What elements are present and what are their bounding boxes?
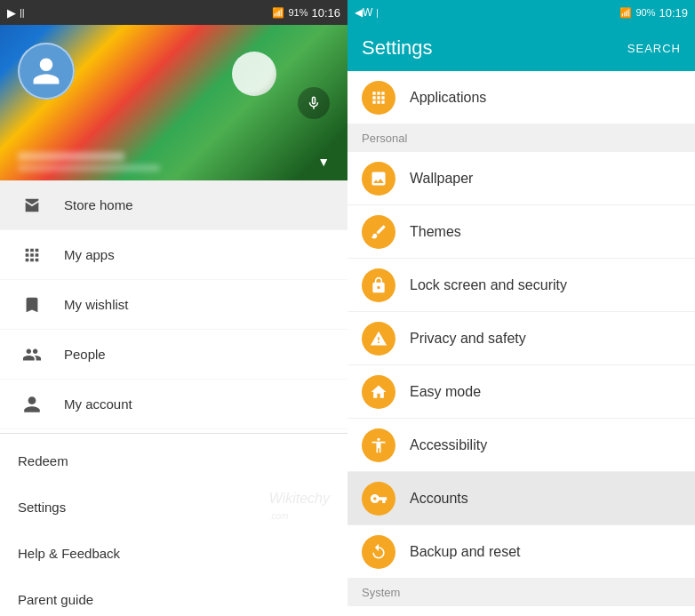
people-label: People: [64, 347, 106, 362]
settings-item-privacy-safety[interactable]: Privacy and safety: [348, 312, 695, 365]
grid-icon: [370, 89, 387, 107]
people-icon: [18, 340, 46, 369]
settings-item-wallpaper[interactable]: Wallpaper: [348, 152, 695, 205]
sidebar-item-parent-guide[interactable]: Parent guide: [0, 576, 348, 616]
backup-reset-label: Backup and reset: [410, 544, 521, 560]
warning-icon: [370, 330, 387, 348]
left-battery-text: 91%: [288, 7, 308, 18]
sidebar-item-store-home[interactable]: Store home: [0, 180, 348, 230]
my-wishlist-label: My wishlist: [64, 297, 129, 312]
right-status-dots: |: [376, 8, 379, 18]
right-status-left: ◀W |: [355, 6, 379, 19]
left-status-left: ▶ ||: [7, 6, 25, 20]
menu-divider: [0, 433, 348, 434]
apps-icon: [18, 241, 46, 269]
left-wifi-icon: 📶: [272, 7, 284, 19]
hero-ball: [232, 52, 276, 96]
privacy-icon-circle: [362, 322, 395, 356]
themes-label: Themes: [410, 224, 461, 240]
themes-icon-circle: [362, 215, 395, 249]
store-home-label: Store home: [64, 197, 133, 212]
sidebar-item-help-feedback[interactable]: Help & Feedback: [0, 530, 348, 576]
accessibility-icon-circle: [362, 428, 395, 462]
easy-mode-label: Easy mode: [410, 384, 481, 400]
wikitechy-watermark-left: Settings Wikitechy.com: [0, 484, 348, 530]
right-status-bar: ◀W | 📶 90% 10:19: [348, 0, 695, 25]
backup-icon-circle: [362, 535, 395, 569]
right-battery-text: 90%: [635, 7, 655, 18]
right-wifi-icon: 📶: [619, 7, 632, 19]
reset-icon: [370, 543, 387, 561]
right-time: 10:19: [659, 6, 688, 20]
settings-header: Settings SEARCH: [348, 25, 695, 71]
right-status-right: 📶 90% 10:19: [619, 6, 688, 20]
lock-icon-circle: [362, 268, 395, 302]
redeem-label: Redeem: [18, 453, 68, 468]
settings-content: Applications Personal Wallpaper Themes: [348, 71, 695, 616]
settings-item-themes[interactable]: Themes: [348, 205, 695, 259]
my-apps-label: My apps: [64, 247, 115, 262]
lock-icon: [370, 276, 387, 294]
sidebar-item-redeem[interactable]: Redeem: [0, 437, 348, 484]
search-button[interactable]: SEARCH: [627, 42, 681, 55]
personal-section-header: Personal: [348, 124, 695, 152]
settings-title: Settings: [362, 36, 433, 60]
left-status-dots: ||: [20, 7, 25, 18]
user-avatar[interactable]: [18, 43, 75, 100]
wallpaper-label: Wallpaper: [410, 171, 473, 187]
left-menu: Store home My apps My wishlist: [0, 180, 348, 616]
watermark-text-left: Wikitechy.com: [269, 491, 330, 523]
settings-item-lock-screen[interactable]: Lock screen and security: [348, 259, 695, 312]
settings-label: Settings: [18, 500, 66, 515]
store-icon: [18, 191, 46, 220]
image-icon: [370, 170, 387, 188]
help-feedback-label: Help & Feedback: [18, 546, 120, 561]
parent-guide-label: Parent guide: [18, 592, 93, 607]
sidebar-item-my-apps[interactable]: My apps: [0, 230, 348, 280]
key-icon: [370, 490, 387, 508]
accounts-icon-circle: [362, 482, 395, 516]
mic-icon: [306, 95, 322, 111]
settings-item-applications[interactable]: Applications: [348, 71, 695, 124]
accessibility-label: Accessibility: [410, 437, 487, 453]
applications-label: Applications: [410, 90, 486, 106]
settings-item-accounts[interactable]: Accounts: [348, 472, 695, 525]
user-info: [18, 152, 160, 172]
left-app-icon: ▶: [7, 6, 16, 20]
wishlist-icon: [18, 291, 46, 319]
left-status-bar: ▶ || 📶 91% 10:16: [0, 0, 348, 25]
left-time: 10:16: [311, 6, 340, 20]
sidebar-item-people[interactable]: People: [0, 330, 348, 380]
sidebar-item-my-account[interactable]: My account: [0, 380, 348, 429]
account-dropdown[interactable]: ▼: [317, 154, 330, 170]
settings-item-backup-reset[interactable]: Backup and reset: [348, 525, 695, 579]
brush-icon: [370, 223, 387, 241]
sidebar-item-my-wishlist[interactable]: My wishlist: [0, 280, 348, 330]
mic-button[interactable]: [298, 87, 330, 119]
my-account-label: My account: [64, 396, 132, 412]
accessibility-icon: [370, 436, 387, 454]
applications-icon-circle: [362, 81, 395, 115]
person-icon: [30, 55, 62, 87]
wallpaper-icon-circle: [362, 162, 395, 196]
accounts-label: Accounts: [410, 491, 468, 507]
settings-item-accessibility[interactable]: Accessibility: [348, 419, 695, 472]
home-icon: [370, 383, 387, 401]
easy-mode-icon-circle: [362, 375, 395, 409]
settings-item-language[interactable]: Language and input: [348, 606, 695, 616]
lock-screen-label: Lock screen and security: [410, 277, 567, 293]
left-panel: ▶ || 📶 91% 10:16: [0, 0, 348, 616]
account-icon: [18, 390, 46, 419]
left-status-right: 📶 91% 10:16: [272, 6, 340, 20]
settings-item-easy-mode[interactable]: Easy mode: [348, 365, 695, 419]
system-section-header: System: [348, 579, 695, 606]
right-app-icon: ◀W: [355, 6, 372, 19]
privacy-safety-label: Privacy and safety: [410, 331, 526, 347]
right-panel: ◀W | 📶 90% 10:19 Settings SEARCH Applica…: [348, 0, 695, 616]
left-hero-area: ▼: [0, 25, 348, 180]
